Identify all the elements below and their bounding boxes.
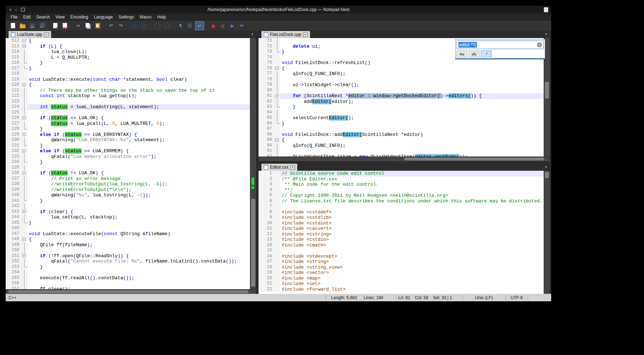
tab-close-icon[interactable]: × <box>44 32 49 37</box>
pane-filelistdock: FileListDock.cpp×▼7172 delete ui;73}7475… <box>259 31 550 161</box>
clear-search-icon[interactable]: × <box>537 42 542 47</box>
show-indent-guide-button[interactable] <box>186 21 195 30</box>
save-all-button[interactable] <box>37 21 46 30</box>
fold-marker-icon[interactable] <box>22 132 27 138</box>
fold-marker-icon[interactable] <box>275 66 280 71</box>
whole-word-toggle[interactable]: |A| <box>469 51 479 57</box>
vertical-scrollbar[interactable] <box>250 38 256 289</box>
tab-close-icon[interactable]: × <box>290 165 295 170</box>
scrollbar-thumb[interactable] <box>404 158 544 160</box>
fold-marker-icon[interactable] <box>22 115 27 121</box>
scrollbar-thumb[interactable] <box>545 172 549 178</box>
menu-item-view[interactable]: View <box>53 14 68 20</box>
paste-button[interactable] <box>93 21 102 30</box>
fold-indicator <box>22 264 27 270</box>
undo-button[interactable]: ↶ <box>107 21 116 30</box>
code-token <box>57 44 59 49</box>
code-text: if (L) { <box>27 44 256 49</box>
code-token: } <box>282 121 284 126</box>
code-token <box>29 159 40 165</box>
code-text: // There may be other things on the stac… <box>27 88 256 94</box>
fold-marker-icon[interactable] <box>22 44 27 49</box>
tab-list-button[interactable]: ▼ <box>543 32 549 37</box>
code-line: 124 int status = luaL_loadstring(L, stat… <box>6 104 256 110</box>
menu-item-edit[interactable]: Edit <box>20 14 33 20</box>
run-macro-multiple-button[interactable]: ▶▶ <box>238 21 246 30</box>
record-macro-button[interactable]: ● <box>209 21 218 30</box>
play-macro-button[interactable]: ▶ <box>228 21 237 30</box>
code-token <box>46 115 48 121</box>
fold-indicator <box>22 181 27 187</box>
open-file-button[interactable] <box>18 21 27 30</box>
show-whitespace-button[interactable]: ¶ <box>176 21 185 30</box>
app-window: × – /home/japanoise/src/NotepadNext/dock… <box>6 6 551 301</box>
tab-list-button[interactable]: ▼ <box>250 32 255 37</box>
zoom-in-button[interactable]: + <box>153 21 162 30</box>
code-token: const <box>104 231 118 237</box>
code-line: 76{ <box>259 66 550 71</box>
statusbar-language[interactable]: C++ <box>6 295 326 300</box>
fold-marker-icon[interactable] <box>22 148 27 154</box>
tab-close-icon[interactable]: × <box>303 32 308 37</box>
close-window-button[interactable]: × <box>9 8 11 12</box>
maximize-window-button[interactable] <box>21 8 25 11</box>
new-file-button[interactable] <box>9 21 17 30</box>
code-token: ( <box>307 71 309 76</box>
replace-button[interactable] <box>139 21 148 30</box>
scrollbar-thumb[interactable] <box>545 82 549 99</box>
code-text: #include <cstdio> <box>280 237 550 243</box>
zoom-out-button[interactable]: − <box>163 21 171 30</box>
menu-item-help[interactable]: Help <box>154 14 169 20</box>
fold-marker-icon[interactable] <box>22 209 27 215</box>
code-token: // Copyright 1998-2011 by Neil Hodgson <… <box>282 193 448 198</box>
code-editor[interactable]: 112{113 if (L) {114 lua_close(L);115 L =… <box>6 38 256 289</box>
code-editor[interactable]: 1// Scintilla source code edit control2/… <box>259 171 550 294</box>
tab-list-button[interactable]: ▼ <box>543 165 549 170</box>
match-case-toggle[interactable]: Aa <box>457 51 467 57</box>
search-input[interactable]: editor.*?(× <box>457 41 544 49</box>
tab-luastate-cpp[interactable]: LuaState.cpp× <box>8 31 52 38</box>
save-button[interactable] <box>28 21 37 30</box>
fold-marker-icon[interactable] <box>22 38 27 44</box>
fold-marker-icon[interactable] <box>22 82 27 88</box>
fold-marker-icon[interactable] <box>275 93 280 99</box>
line-number: 12 <box>259 232 275 237</box>
statusbar-eol-format[interactable]: Unix (LF) <box>463 295 505 300</box>
scrollbar-thumb[interactable] <box>8 290 249 293</box>
menu-item-macro[interactable]: Macro <box>137 14 154 20</box>
code-token: } <box>40 159 43 165</box>
menu-item-encoding[interactable]: Encoding <box>68 14 91 20</box>
tab-editor-cxx[interactable]: Editor.cxx× <box>261 163 298 171</box>
code-token: ( <box>73 192 76 198</box>
copy-button[interactable] <box>84 21 92 30</box>
fold-marker-icon[interactable] <box>22 170 27 176</box>
minimize-window-button[interactable]: – <box>15 8 17 12</box>
word-wrap-button[interactable]: ↩ <box>195 21 204 30</box>
close-button[interactable] <box>51 21 60 30</box>
find-button[interactable] <box>130 21 139 30</box>
document-icon <box>11 32 15 37</box>
code-token: ff <box>29 286 46 290</box>
line-number: 146 <box>6 226 22 231</box>
stop-recording-button[interactable]: ■ <box>218 21 227 30</box>
line-number: 119 <box>6 77 22 83</box>
vertical-splitter[interactable] <box>256 31 259 294</box>
menu-item-search[interactable]: Search <box>33 14 53 20</box>
menu-item-language[interactable]: Language <box>91 14 116 20</box>
cut-button[interactable]: ✂ <box>74 21 83 30</box>
menu-item-settings[interactable]: Settings <box>116 14 137 20</box>
tab-filelistdock-cpp[interactable]: FileListDock.cpp× <box>261 31 310 38</box>
scrollbar-thumb[interactable] <box>251 199 255 287</box>
menu-item-file[interactable]: File <box>8 14 20 20</box>
code-token: ; <box>318 44 320 49</box>
horizontal-scrollbar[interactable] <box>6 289 256 294</box>
regex-toggle[interactable]: .* <box>481 51 491 57</box>
close-all-button[interactable] <box>60 21 69 30</box>
code-token: const <box>92 77 106 82</box>
redo-button[interactable]: ↷ <box>116 21 125 30</box>
fold-marker-icon[interactable] <box>275 137 280 143</box>
statusbar-encoding[interactable]: UTF-8 <box>506 295 528 300</box>
fold-marker-icon[interactable] <box>22 237 27 242</box>
vertical-scrollbar[interactable] <box>544 171 550 294</box>
fold-marker-icon[interactable] <box>22 253 27 259</box>
